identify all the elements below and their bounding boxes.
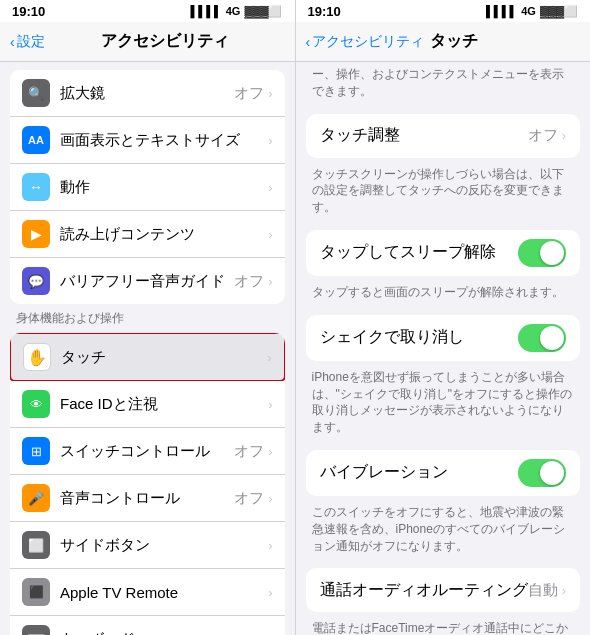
voice-guide-icon: 💬 [22,267,50,295]
list-item-keyboard[interactable]: ⌨ キーボード › [10,616,285,635]
shake-undo-label: シェイクで取り消し [320,327,519,348]
switch-icon: ⊞ [22,437,50,465]
touch-chevron: › [267,350,271,365]
right-network-icon: 4G [521,5,536,17]
touch-adjust-label: タッチ調整 [320,125,528,146]
side-chevron: › [268,538,272,553]
display-icon: AA [22,126,50,154]
keyboard-icon: ⌨ [22,625,50,635]
tap-sleep-label: タップしてスリープ解除 [320,242,519,263]
top-desc: ー、操作、およびコンテクストメニューを表示できます。 [296,62,591,110]
tap-sleep-desc: タップすると画面のスリープが解除されます。 [296,280,591,311]
display-chevron: › [268,133,272,148]
right-status-bar: 19:10 ▌▌▌▌ 4G ▓▓▓⬜ [296,0,591,22]
left-time: 19:10 [12,4,45,19]
appletv-label: Apple TV Remote [60,584,268,601]
right-status-icons: ▌▌▌▌ 4G ▓▓▓⬜ [486,5,578,18]
vibration-desc: このスイッチをオフにすると、地震や津波の緊急速報を含め、iPhoneのすべてのバ… [296,500,591,564]
shake-undo-toggle[interactable] [518,324,566,352]
tap-sleep-item[interactable]: タップしてスリープ解除 [306,230,581,276]
display-label: 画面表示とテキストサイズ [60,131,268,150]
faceid-icon: 👁 [22,390,50,418]
touch-icon: ✋ [23,343,51,371]
list-item-motion[interactable]: ↔ 動作 › [10,164,285,211]
list-item-display[interactable]: AA 画面表示とテキストサイズ › [10,117,285,164]
touch-label: タッチ [61,348,267,367]
touch-adjust-row: タッチ調整 オフ › [306,114,581,158]
shake-undo-item[interactable]: シェイクで取り消し [306,315,581,361]
left-nav-title: アクセシビリティ [45,31,285,52]
left-body-group: ✋ タッチ › 👁 Face IDと注視 › ⊞ スイッチコントロール オフ ›… [10,333,285,635]
audio-routing-value: 自動 [528,581,558,600]
list-item-appletv[interactable]: ⬛ Apple TV Remote › [10,569,285,616]
voice-guide-value: オフ [234,272,264,291]
touch-adjust-value: オフ [528,126,558,145]
voice-guide-label: バリアフリー音声ガイド [60,272,234,291]
list-item-voicectrl[interactable]: 🎤 音声コントロール オフ › [10,475,285,522]
right-panel: 19:10 ▌▌▌▌ 4G ▓▓▓⬜ ‹ アクセシビリティ タッチ ー、操作、お… [296,0,591,635]
signal-icon: ▌▌▌▌ [191,5,222,17]
spoken-label: 読み上げコンテンツ [60,225,268,244]
right-battery-icon: ▓▓▓⬜ [540,5,578,18]
list-item-side[interactable]: ⬜ サイドボタン › [10,522,285,569]
network-icon: 4G [226,5,241,17]
keyboard-chevron: › [268,632,272,636]
right-scroll[interactable]: ー、操作、およびコンテクストメニューを表示できます。 タッチ調整 オフ › タッ… [296,62,591,635]
tap-sleep-toggle[interactable] [518,239,566,267]
switch-chevron: › [268,444,272,459]
vibration-toggle[interactable] [518,459,566,487]
left-back-chevron: ‹ [10,34,15,50]
tap-sleep-row: タップしてスリープ解除 [306,230,581,276]
list-item-voice-guide[interactable]: 💬 バリアフリー音声ガイド オフ › [10,258,285,304]
shake-undo-desc: iPhoneを意図せず振ってしまうことが多い場合は、"シェイクで取り消し"をオフ… [296,365,591,446]
side-label: サイドボタン [60,536,268,555]
keyboard-label: キーボード [60,630,268,636]
left-top-section: 🔍 拡大鏡 オフ › AA 画面表示とテキストサイズ › ↔ 動作 › ▶ [0,70,295,304]
motion-label: 動作 [60,178,268,197]
right-back-chevron: ‹ [306,34,311,50]
list-item-touch[interactable]: ✋ タッチ › [10,333,285,382]
audio-routing-row: 通話オーディオルーティング 自動 › [306,568,581,612]
right-signal-icon: ▌▌▌▌ [486,5,517,17]
left-panel: 19:10 ▌▌▌▌ 4G ▓▓▓⬜ ‹ 設定 アクセシビリティ 🔍 拡大鏡 オ… [0,0,295,635]
spoken-icon: ▶ [22,220,50,248]
audio-routing-chevron: › [562,583,566,598]
vibration-item[interactable]: バイブレーション [306,450,581,496]
faceid-label: Face IDと注視 [60,395,268,414]
voicectrl-icon: 🎤 [22,484,50,512]
shake-undo-row: シェイクで取り消し [306,315,581,361]
list-item-spoken[interactable]: ▶ 読み上げコンテンツ › [10,211,285,258]
battery-icon: ▓▓▓⬜ [244,5,282,18]
touch-adjust-chevron: › [562,128,566,143]
touch-adjust-item[interactable]: タッチ調整 オフ › [306,114,581,158]
vibration-row: バイブレーション [306,450,581,496]
spoken-chevron: › [268,227,272,242]
list-item-magnifier[interactable]: 🔍 拡大鏡 オフ › [10,70,285,117]
appletv-chevron: › [268,585,272,600]
motion-chevron: › [268,180,272,195]
audio-routing-item[interactable]: 通話オーディオルーティング 自動 › [306,568,581,612]
faceid-chevron: › [268,397,272,412]
list-item-switch[interactable]: ⊞ スイッチコントロール オフ › [10,428,285,475]
left-scroll[interactable]: 🔍 拡大鏡 オフ › AA 画面表示とテキストサイズ › ↔ 動作 › ▶ [0,62,295,635]
left-back-button[interactable]: ‹ 設定 [10,33,45,51]
left-nav-bar: ‹ 設定 アクセシビリティ [0,22,295,62]
magnifier-value: オフ [234,84,264,103]
audio-routing-desc: 電話またはFaceTimeオーディオ通話中にどこから音声が聞こえるか指定します。 [296,616,591,635]
right-back-label: アクセシビリティ [312,33,424,51]
switch-label: スイッチコントロール [60,442,234,461]
magnifier-chevron: › [268,86,272,101]
left-back-label: 設定 [17,33,45,51]
right-nav-bar: ‹ アクセシビリティ タッチ [296,22,591,62]
voice-guide-chevron: › [268,274,272,289]
body-section-header: 身体機能および操作 [0,306,295,331]
right-nav-title: タッチ [430,31,478,52]
audio-routing-label: 通話オーディオルーティング [320,580,528,601]
left-status-bar: 19:10 ▌▌▌▌ 4G ▓▓▓⬜ [0,0,295,22]
motion-icon: ↔ [22,173,50,201]
list-item-faceid[interactable]: 👁 Face IDと注視 › [10,381,285,428]
magnifier-icon: 🔍 [22,79,50,107]
voicectrl-value: オフ [234,489,264,508]
right-back-button[interactable]: ‹ アクセシビリティ [306,33,425,51]
vibration-label: バイブレーション [320,462,519,483]
